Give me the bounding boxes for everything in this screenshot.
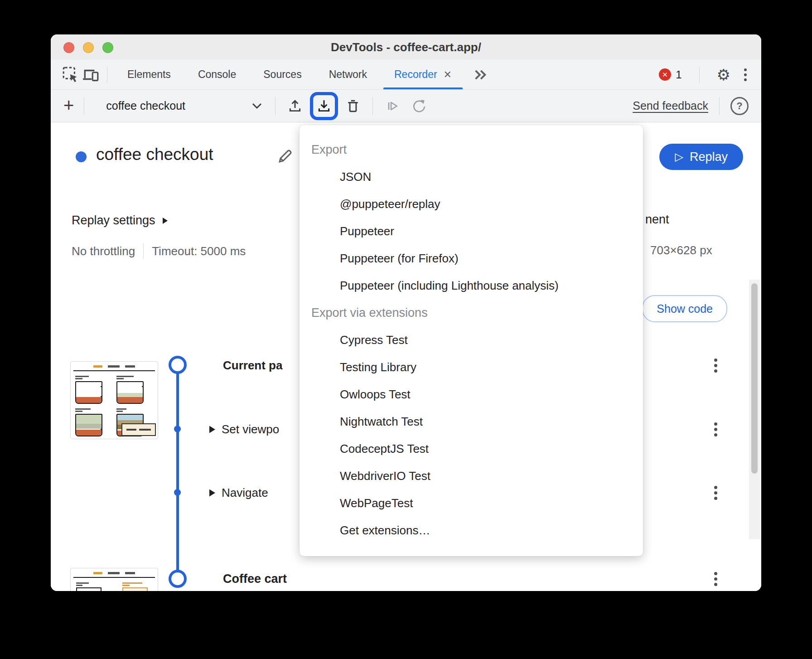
recording-select[interactable]: coffee checkout: [100, 97, 269, 115]
pay-tooltip: [121, 423, 156, 436]
step-screenshot-thumbnail: [70, 568, 158, 591]
add-recording-button[interactable]: +: [63, 96, 74, 114]
close-window-button[interactable]: [63, 42, 74, 53]
timeline-node-set-viewport[interactable]: [174, 426, 181, 432]
inspect-element-icon[interactable]: [61, 65, 81, 85]
steps-scrollbar-track[interactable]: [749, 280, 760, 539]
step-menu-kebab-icon[interactable]: [711, 356, 720, 375]
menu-item-cypress[interactable]: Cypress Test: [300, 326, 643, 354]
active-tab-underline: [383, 87, 463, 89]
play-icon: ▷: [675, 150, 683, 163]
timeline-node-navigate[interactable]: [174, 489, 181, 496]
divider: [84, 97, 84, 115]
error-count: 1: [676, 68, 682, 81]
menu-item-get-extensions[interactable]: Get extensions…: [300, 517, 643, 544]
recording-title: coffee checkout: [96, 145, 213, 164]
step-current-page[interactable]: Current pa: [223, 359, 282, 373]
menu-item-puppeteer-replay[interactable]: @puppeteer/replay: [300, 190, 643, 218]
tab-elements[interactable]: Elements: [114, 60, 184, 89]
devtools-tab-bar: Elements Console Sources Network Recorde…: [51, 60, 761, 90]
menu-item-nightwatch[interactable]: Nightwatch Test: [300, 408, 643, 435]
delete-recording-icon[interactable]: [343, 96, 363, 116]
expand-triangle-icon: [163, 218, 168, 224]
timeline-node-coffee-cart[interactable]: [169, 570, 187, 588]
step-screenshot-thumbnail: [70, 361, 158, 439]
export-menu: Export JSON @puppeteer/replay Puppeteer …: [300, 125, 643, 556]
steps-scrollbar-thumb[interactable]: [751, 283, 758, 474]
divider: [107, 67, 107, 83]
settings-gear-icon[interactable]: ⚙: [717, 67, 730, 82]
show-code-button[interactable]: Show code: [642, 295, 727, 322]
menu-item-puppeteer[interactable]: Puppeteer: [300, 218, 643, 245]
recording-status-dot: [76, 151, 87, 162]
minimize-window-button[interactable]: [83, 42, 94, 53]
export-extensions-header: Export via extensions: [300, 299, 643, 326]
close-recorder-tab-icon[interactable]: ✕: [444, 69, 452, 81]
tab-network[interactable]: Network: [315, 60, 381, 89]
screenshot-canvas: DevTools - coffee-cart.app/ Elements Con…: [0, 0, 812, 659]
throttling-value: No throttling: [72, 244, 135, 258]
console-error-badge[interactable]: ✕ 1: [659, 68, 682, 81]
menu-item-json[interactable]: JSON: [300, 163, 643, 190]
menu-item-puppeteer-firefox[interactable]: Puppeteer (for Firefox): [300, 245, 643, 272]
menu-item-owloops[interactable]: Owloops Test: [300, 381, 643, 408]
replay-settings-toggle[interactable]: Replay settings: [72, 213, 168, 228]
device-toolbar-icon[interactable]: [81, 65, 101, 85]
zoom-window-button[interactable]: [102, 42, 113, 53]
export-recording-icon[interactable]: [314, 96, 334, 116]
timeline-node-current-page[interactable]: [169, 356, 187, 374]
send-feedback-link[interactable]: Send feedback: [633, 99, 708, 112]
export-menu-header: Export: [300, 136, 643, 163]
window-title: DevTools - coffee-cart.app/: [51, 40, 761, 54]
expand-triangle-icon[interactable]: [209, 426, 215, 433]
step-navigate[interactable]: Navigate: [209, 486, 268, 500]
import-recording-icon[interactable]: [285, 96, 305, 116]
menu-item-webdriverio[interactable]: WebdriverIO Test: [300, 462, 643, 489]
recorder-toolbar: + coffee checkout: [51, 90, 761, 122]
help-icon[interactable]: ?: [730, 97, 749, 115]
divider: [719, 97, 720, 115]
menu-item-testing-library[interactable]: Testing Library: [300, 354, 643, 381]
title-bar: DevTools - coffee-cart.app/: [51, 34, 761, 60]
environment-viewport-size: 703×628 px: [650, 243, 712, 257]
step-menu-kebab-icon[interactable]: [711, 420, 720, 439]
timeline-line: [176, 365, 179, 579]
divider: [275, 97, 276, 115]
divider: [372, 97, 373, 115]
divider: [143, 243, 144, 259]
edit-title-icon[interactable]: [276, 148, 294, 167]
step-menu-kebab-icon[interactable]: [711, 569, 720, 589]
error-icon: ✕: [659, 68, 671, 81]
step-menu-kebab-icon[interactable]: [711, 483, 720, 503]
chevron-down-icon: [251, 102, 262, 109]
devtools-window: DevTools - coffee-cart.app/ Elements Con…: [51, 34, 761, 591]
tab-recorder[interactable]: Recorder ✕: [381, 60, 465, 89]
replay-button[interactable]: ▷ Replay: [659, 144, 743, 170]
expand-triangle-icon[interactable]: [209, 489, 215, 496]
tab-console[interactable]: Console: [184, 60, 250, 89]
rerun-icon[interactable]: [408, 96, 429, 116]
more-tabs-icon[interactable]: [473, 68, 488, 82]
timeout-value: Timeout: 5000 ms: [152, 244, 246, 258]
tabbar-right-cluster: ✕ 1 ⚙: [659, 66, 749, 84]
tab-sources[interactable]: Sources: [250, 60, 315, 89]
step-set-viewport[interactable]: Set viewpo: [209, 422, 279, 436]
environment-heading-fragment: nent: [645, 213, 669, 227]
menu-item-puppeteer-lighthouse[interactable]: Puppeteer (including Lighthouse analysis…: [300, 272, 643, 299]
thumb-nav: [71, 568, 158, 577]
menu-item-webpagetest[interactable]: WebPageTest: [300, 489, 643, 517]
thumb-nav: [71, 362, 158, 370]
section-title-coffee-cart[interactable]: Coffee cart: [223, 572, 287, 586]
export-highlight-ring: [310, 92, 338, 120]
replay-settings-summary: No throttling Timeout: 5000 ms: [72, 243, 246, 259]
devtools-menu-kebab-icon[interactable]: [741, 66, 749, 84]
menu-item-codeceptjs[interactable]: CodeceptJS Test: [300, 435, 643, 462]
traffic-lights: [63, 42, 113, 53]
replay-step-icon[interactable]: [382, 96, 403, 116]
divider: [699, 67, 700, 83]
